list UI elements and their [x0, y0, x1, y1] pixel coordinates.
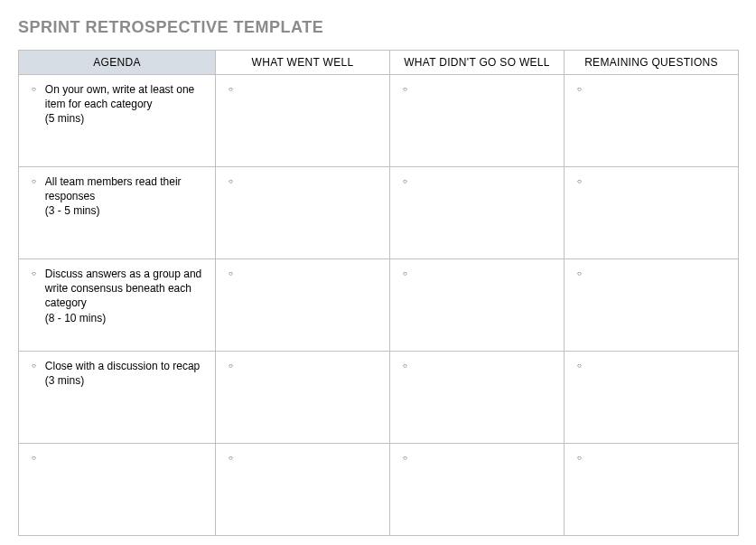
remaining-cell: ○	[565, 167, 739, 259]
bullet-icon: ○	[28, 174, 36, 189]
agenda-cell: ○ Close with a discussion to recap (3 mi…	[19, 352, 216, 444]
bullet-icon: ○	[225, 359, 233, 373]
remaining-cell: ○	[565, 259, 739, 352]
page-title: SPRINT RETROSPECTIVE TEMPLATE	[18, 18, 738, 37]
table-body: ○ On your own, write at least one item f…	[19, 75, 739, 536]
bullet-icon: ○	[28, 82, 36, 97]
agenda-text: All team members read their responses (3…	[45, 174, 206, 219]
bullet-icon: ○	[574, 174, 582, 189]
table-row: ○ ○ ○	[19, 444, 739, 536]
header-not-well: WHAT DIDN'T GO SO WELL	[390, 51, 565, 75]
went-well-cell: ○	[216, 167, 390, 259]
went-well-cell: ○	[216, 444, 390, 536]
not-well-cell: ○	[390, 167, 565, 259]
agenda-cell: ○	[19, 444, 216, 536]
table-row: ○ On your own, write at least one item f…	[19, 75, 739, 167]
went-well-cell: ○	[216, 352, 390, 444]
bullet-icon: ○	[225, 174, 233, 189]
table-row: ○ Close with a discussion to recap (3 mi…	[19, 352, 739, 444]
bullet-icon: ○	[28, 359, 36, 373]
agenda-cell: ○ On your own, write at least one item f…	[19, 75, 216, 167]
retro-table: AGENDA WHAT WENT WELL WHAT DIDN'T GO SO …	[18, 50, 739, 536]
header-agenda: AGENDA	[19, 51, 216, 75]
bullet-icon: ○	[28, 267, 36, 281]
bullet-icon: ○	[399, 82, 407, 97]
not-well-cell: ○	[390, 444, 565, 536]
table-header-row: AGENDA WHAT WENT WELL WHAT DIDN'T GO SO …	[19, 51, 739, 75]
remaining-cell: ○	[565, 75, 739, 167]
not-well-cell: ○	[390, 259, 565, 352]
agenda-text: Discuss answers as a group and write con…	[45, 267, 206, 325]
agenda-duration: (3 - 5 mins)	[45, 203, 206, 218]
agenda-item-text: Close with a discussion to recap	[45, 360, 200, 372]
remaining-cell: ○	[565, 352, 739, 444]
header-went-well: WHAT WENT WELL	[216, 51, 390, 75]
bullet-icon: ○	[225, 82, 233, 97]
bullet-icon: ○	[574, 359, 582, 373]
bullet-icon: ○	[225, 451, 233, 465]
bullet-icon: ○	[574, 82, 582, 97]
agenda-item-text: Discuss answers as a group and write con…	[45, 268, 201, 309]
bullet-icon: ○	[225, 267, 233, 281]
not-well-cell: ○	[390, 75, 565, 167]
agenda-duration: (5 mins)	[45, 111, 206, 126]
agenda-cell: ○ All team members read their responses …	[19, 167, 216, 259]
remaining-cell: ○	[565, 444, 739, 536]
went-well-cell: ○	[216, 75, 390, 167]
bullet-icon: ○	[574, 267, 582, 281]
agenda-cell: ○ Discuss answers as a group and write c…	[19, 259, 216, 352]
agenda-duration: (8 - 10 mins)	[45, 311, 206, 325]
bullet-icon: ○	[399, 451, 407, 465]
agenda-text: On your own, write at least one item for…	[45, 82, 206, 127]
bullet-icon: ○	[399, 359, 407, 373]
agenda-duration: (3 mins)	[45, 373, 206, 388]
went-well-cell: ○	[216, 259, 390, 352]
agenda-item-text: On your own, write at least one item for…	[45, 83, 194, 110]
header-remaining: REMAINING QUESTIONS	[565, 51, 739, 75]
table-row: ○ All team members read their responses …	[19, 167, 739, 259]
agenda-text: Close with a discussion to recap (3 mins…	[45, 359, 206, 388]
bullet-icon: ○	[574, 451, 582, 465]
not-well-cell: ○	[390, 352, 565, 444]
table-row: ○ Discuss answers as a group and write c…	[19, 259, 739, 352]
bullet-icon: ○	[28, 451, 36, 465]
bullet-icon: ○	[399, 174, 407, 189]
bullet-icon: ○	[399, 267, 407, 281]
agenda-item-text: All team members read their responses	[45, 175, 182, 202]
